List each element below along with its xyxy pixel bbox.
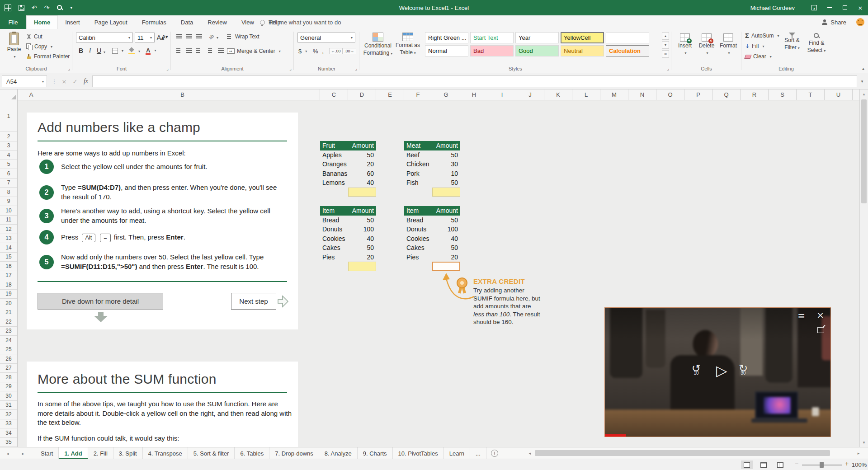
bold-button[interactable]: B bbox=[77, 47, 85, 54]
normal-view-button[interactable] bbox=[741, 461, 753, 469]
zoom-level-label[interactable]: 100% bbox=[852, 461, 867, 468]
table-cell[interactable]: Bread bbox=[320, 216, 348, 225]
column-header-Q[interactable]: Q bbox=[712, 89, 741, 100]
close-button[interactable]: × bbox=[853, 0, 868, 15]
style-chip-neutral[interactable]: Neutral bbox=[561, 45, 604, 56]
style-chip-good[interactable]: Good bbox=[515, 45, 559, 56]
table-cell[interactable]: Apples bbox=[320, 150, 348, 160]
align-bottom-icon[interactable] bbox=[196, 33, 202, 39]
video-progress-bar[interactable] bbox=[605, 434, 626, 437]
table-cell[interactable]: 50 bbox=[432, 150, 460, 160]
sheet-tab-overflow[interactable]: ... bbox=[470, 447, 486, 459]
sheet-tab-1-add[interactable]: 1. Add bbox=[59, 447, 88, 459]
undo-icon[interactable]: ↶ bbox=[32, 5, 37, 11]
zoom-in-button[interactable]: + bbox=[843, 460, 851, 469]
tab-review[interactable]: Review bbox=[200, 15, 234, 29]
table-cell[interactable]: 20 bbox=[348, 160, 376, 169]
table-cell[interactable]: 100 bbox=[432, 225, 460, 234]
format-cells-button[interactable]: Format ▾ bbox=[718, 33, 738, 56]
row-header-6[interactable]: 6 bbox=[0, 169, 17, 179]
customize-qat-chevron-icon[interactable]: ▾ bbox=[70, 6, 72, 10]
row-header-35[interactable]: 35 bbox=[0, 438, 17, 447]
font-color-button[interactable]: A ▾ bbox=[146, 47, 156, 53]
percent-style-button[interactable]: % bbox=[313, 48, 318, 55]
align-middle-icon[interactable] bbox=[186, 33, 192, 39]
delete-cells-button[interactable]: × Delete ▾ bbox=[697, 33, 717, 56]
gallery-more-icon[interactable]: ≡ bbox=[662, 50, 669, 58]
row-header-7[interactable]: 7 bbox=[0, 179, 17, 188]
table-cell[interactable]: Chicken bbox=[404, 160, 432, 169]
row-header-25[interactable]: 25 bbox=[0, 345, 17, 355]
zoom-out-button[interactable]: − bbox=[793, 460, 801, 469]
italic-button[interactable]: I bbox=[86, 47, 94, 54]
table-cell[interactable]: Beef bbox=[404, 150, 432, 160]
row-header-31[interactable]: 31 bbox=[0, 401, 17, 410]
sheet-tab-3-split[interactable]: 3. Split bbox=[113, 447, 143, 459]
table-cell[interactable]: 40 bbox=[432, 234, 460, 244]
row-header-4[interactable]: 4 bbox=[0, 150, 17, 160]
formula-input[interactable] bbox=[92, 75, 857, 87]
dive-down-button[interactable]: Dive down for more detail bbox=[38, 293, 163, 310]
fill-color-button[interactable]: ▾ bbox=[128, 48, 140, 54]
row-header-22[interactable]: 22 bbox=[0, 317, 17, 327]
align-center-icon[interactable] bbox=[186, 48, 192, 53]
namebox-splitter[interactable]: ⋮ bbox=[49, 75, 60, 87]
sort-filter-button[interactable]: Sort & Filter▾ bbox=[780, 33, 804, 51]
tab-home[interactable]: Home bbox=[26, 15, 58, 29]
table-cell[interactable]: 10 bbox=[432, 169, 460, 179]
clear-button[interactable]: Clear ▾ bbox=[745, 53, 772, 60]
sheet-tab-6-tables[interactable]: 6. Tables bbox=[235, 447, 269, 459]
table-header-cell[interactable]: Item bbox=[404, 206, 432, 216]
answer-cell-yellow[interactable] bbox=[432, 188, 460, 197]
row-header-3[interactable]: 3 bbox=[0, 141, 17, 151]
save-icon[interactable] bbox=[19, 5, 24, 11]
orientation-dropdown-icon[interactable]: ▾ bbox=[217, 36, 218, 40]
tab-insert[interactable]: Insert bbox=[58, 15, 87, 29]
column-header-D[interactable]: D bbox=[348, 89, 376, 100]
sheet-tab-9-charts[interactable]: 9. Charts bbox=[358, 447, 393, 459]
find-select-button[interactable]: Find & Select▾ bbox=[805, 33, 828, 54]
underline-dropdown-icon[interactable]: ▾ bbox=[104, 50, 105, 54]
page-layout-view-button[interactable] bbox=[758, 461, 769, 469]
table-cell[interactable]: Cookies bbox=[320, 234, 348, 244]
table-cell[interactable]: Pies bbox=[320, 253, 348, 262]
column-header-J[interactable]: J bbox=[516, 89, 544, 100]
row-header-21[interactable]: 21 bbox=[0, 308, 17, 318]
borders-button[interactable]: ▾ bbox=[112, 48, 123, 54]
table-cell[interactable]: Pork bbox=[404, 169, 432, 179]
row-header-17[interactable]: 17 bbox=[0, 271, 17, 281]
page-break-view-button[interactable] bbox=[774, 461, 786, 469]
align-left-icon[interactable] bbox=[176, 48, 182, 53]
select-all-corner[interactable] bbox=[0, 89, 18, 100]
column-header-O[interactable]: O bbox=[656, 89, 684, 100]
table-cell[interactable]: Cookies bbox=[404, 234, 432, 244]
row-header-28[interactable]: 28 bbox=[0, 373, 17, 382]
sheet-nav-left-icon[interactable]: ◂ bbox=[2, 447, 14, 459]
sheet-tab-8-analyze[interactable]: 8. Analyze bbox=[319, 447, 358, 459]
row-header-30[interactable]: 30 bbox=[0, 391, 17, 401]
row-header-13[interactable]: 13 bbox=[0, 234, 17, 244]
table-header-cell[interactable]: Item bbox=[320, 206, 348, 216]
sheet-tab-learn[interactable]: Learn bbox=[444, 447, 470, 459]
column-header-A[interactable]: A bbox=[18, 89, 45, 100]
table-header-cell[interactable]: Amount bbox=[432, 206, 460, 216]
table-cell[interactable]: 50 bbox=[432, 243, 460, 253]
row-header-24[interactable]: 24 bbox=[0, 336, 17, 345]
insert-function-button[interactable]: fx bbox=[80, 75, 91, 87]
clipboard-dialog-launcher-icon[interactable]: ⌟ bbox=[68, 66, 70, 71]
conditional-formatting-button[interactable]: Conditional Formatting▾ bbox=[363, 33, 393, 56]
table-cell-empty[interactable] bbox=[404, 262, 432, 271]
signed-in-user[interactable]: Michael Gordeev bbox=[750, 5, 795, 11]
styles-dialog-launcher-icon[interactable]: ⌟ bbox=[667, 66, 669, 71]
font-dialog-launcher-icon[interactable]: ⌟ bbox=[166, 66, 169, 71]
collapse-ribbon-icon[interactable]: ▴ bbox=[862, 66, 864, 71]
row-header-10[interactable]: 10 bbox=[0, 206, 17, 216]
row-header-5[interactable]: 5 bbox=[0, 160, 17, 169]
row-header-2[interactable]: 2 bbox=[0, 132, 17, 141]
row-header-14[interactable]: 14 bbox=[0, 243, 17, 253]
column-header-L[interactable]: L bbox=[572, 89, 600, 100]
cut-button[interactable]: Cut bbox=[26, 33, 42, 40]
excel-app-icon[interactable] bbox=[5, 5, 11, 11]
horizontal-scrollbar[interactable]: ◂ ▸ bbox=[527, 450, 862, 456]
paste-button[interactable]: Paste ▾ bbox=[4, 33, 24, 60]
